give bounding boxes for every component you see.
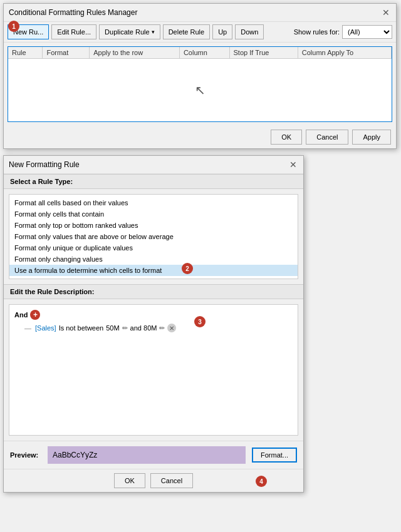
rule-type-list: Format all cells based on their values F… (9, 194, 298, 279)
edit-value2-icon[interactable]: ✏ (159, 324, 165, 332)
rules-table: Rule Format Apply to the row Column Stop… (8, 47, 392, 59)
and-row: And + (14, 310, 293, 320)
show-rules-label: Show rules for: (294, 28, 340, 36)
col-stop: Stop If True (229, 47, 298, 59)
col-format: Format (43, 47, 90, 59)
ok-button-top[interactable]: OK (271, 130, 302, 145)
col-column-apply: Column Apply To (298, 47, 391, 59)
down-button[interactable]: Down (235, 24, 264, 39)
badge-2: 2 (182, 263, 193, 274)
condition-and-between: and 80M (130, 324, 157, 332)
delete-rule-button[interactable]: Delete Rule (163, 24, 210, 39)
up-button[interactable]: Up (212, 24, 232, 39)
condition-operator: Is not between (59, 324, 104, 332)
duplicate-rule-button[interactable]: Duplicate Rule ▾ (99, 24, 160, 39)
bottom-dialog-close[interactable]: ✕ (288, 160, 298, 170)
preview-label: Preview: (10, 451, 41, 459)
rule-type-2[interactable]: Format only top or bottom ranked values (9, 220, 298, 231)
col-apply: Apply to the row (90, 47, 180, 59)
col-rule: Rule (8, 47, 43, 59)
cancel-button-bottom[interactable]: Cancel (150, 473, 193, 488)
badge-4: 4 (256, 476, 267, 487)
top-dialog-title: Conditional Formatting Rules Manager (9, 8, 137, 17)
preview-row: Preview: AaBbCcYyZz Format... (4, 441, 303, 469)
select-rule-type-header: Select a Rule Type: (4, 174, 303, 189)
show-rules-select[interactable]: (All) (342, 25, 392, 39)
add-condition-button[interactable]: + (30, 310, 40, 320)
top-dialog-titlebar: Conditional Formatting Rules Manager ✕ (4, 4, 396, 22)
duplicate-rule-arrow: ▾ (152, 29, 155, 35)
apply-button[interactable]: Apply (352, 130, 391, 145)
top-dialog-close[interactable]: ✕ (381, 8, 391, 18)
condition-value1: 50M (106, 324, 119, 332)
condition-dash: — (24, 324, 31, 332)
badge-1: 1 (8, 21, 19, 32)
and-label: And (14, 311, 28, 319)
remove-condition-button[interactable]: ✕ (167, 324, 176, 332)
preview-box: AaBbCcYyZz (48, 446, 246, 464)
table-body-area: ↖ (8, 59, 392, 121)
cursor-icon: ↖ (195, 83, 206, 98)
col-column: Column (179, 47, 229, 59)
rule-type-1[interactable]: Format only cells that contain (9, 208, 298, 220)
top-dialog: Conditional Formatting Rules Manager ✕ N… (3, 3, 397, 149)
condition-field: [Sales] (35, 324, 56, 332)
toolbar: New Ru... Edit Rule... Duplicate Rule ▾ … (4, 22, 396, 43)
rule-type-6[interactable]: Use a formula to determine which cells t… (9, 265, 298, 276)
preview-sample-text: AaBbCcYyZz (53, 451, 97, 459)
rules-table-container: Rule Format Apply to the row Column Stop… (8, 46, 392, 122)
badge-3: 3 (194, 316, 206, 327)
rule-desc-area[interactable]: And + — [Sales] Is not between 50M ✏ and… (9, 304, 298, 436)
cancel-button-top[interactable]: Cancel (306, 130, 348, 145)
bottom-dialog: New Formatting Rule ✕ Select a Rule Type… (3, 155, 304, 493)
edit-value1-icon[interactable]: ✏ (122, 324, 128, 332)
ok-button-bottom[interactable]: OK (114, 473, 145, 488)
condition-row: — [Sales] Is not between 50M ✏ and 80M ✏… (24, 324, 293, 332)
rule-type-0[interactable]: Format all cells based on their values (9, 197, 298, 208)
rule-type-4[interactable]: Format only unique or duplicate values (9, 242, 298, 253)
format-button[interactable]: Format... (252, 448, 297, 463)
top-dialog-footer: OK Cancel Apply (4, 126, 396, 148)
rule-type-3[interactable]: Format only values that are above or bel… (9, 231, 298, 242)
rule-type-5[interactable]: Format only changing values (9, 253, 298, 265)
bottom-dialog-title: New Formatting Rule (9, 160, 80, 169)
edit-rule-button[interactable]: Edit Rule... (51, 24, 96, 39)
bottom-dialog-titlebar: New Formatting Rule ✕ (4, 156, 303, 174)
edit-rule-header: Edit the Rule Description: (4, 284, 303, 299)
